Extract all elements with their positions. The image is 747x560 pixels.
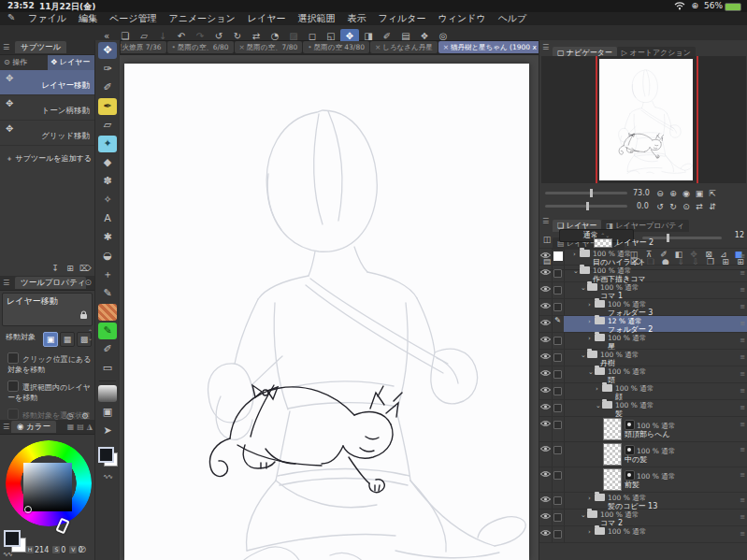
layer-row[interactable]: ✎›12 % 通常フォルダー 2≡ — [539, 316, 747, 333]
gradient-swatch-tool[interactable] — [98, 385, 117, 402]
tool-property-menu-icon[interactable]: ⊙ — [84, 278, 92, 287]
menu-item[interactable]: アニメーション — [168, 12, 235, 25]
subtool-group-tab[interactable]: ⊙ 操作 — [0, 55, 48, 70]
layer-checkbox[interactable] — [553, 269, 562, 278]
panel-menu-icon[interactable]: ☰ — [542, 43, 549, 51]
folder-closed-chevron-icon[interactable]: › — [588, 318, 595, 325]
fit-screen-icon[interactable]: ▣ — [693, 187, 706, 200]
layer-row[interactable]: 100 % 通常中の髪≡ — [539, 442, 747, 467]
rotate-slider[interactable] — [545, 205, 627, 208]
layer-row[interactable]: ›100 % 通常目のハイライト≡ — [539, 249, 747, 266]
gradient-tool[interactable]: ◒ — [98, 248, 117, 265]
layer-row[interactable]: ›100 % 通常髪のコピー 13≡ — [539, 493, 747, 510]
zoom-out-icon[interactable]: ⊖ — [654, 187, 667, 200]
foreground-color-swatch[interactable] — [98, 447, 114, 463]
close-tab-icon[interactable]: × — [375, 43, 381, 51]
layer-row[interactable]: ⌄100 % 通常作画下描きコマ≡ — [539, 266, 747, 282]
layer-row[interactable]: ›100 % 通常≡ — [539, 526, 747, 543]
menu-item[interactable]: フィルター — [379, 12, 426, 25]
layer-checkbox[interactable] — [553, 337, 562, 345]
flip-horizontal-icon[interactable]: ⇄ — [693, 200, 706, 213]
correction-pen-tool[interactable]: ✎ — [98, 285, 117, 302]
folder-open-chevron-icon[interactable]: ⌄ — [596, 402, 602, 409]
layer-checkbox[interactable] — [553, 353, 562, 362]
folder-closed-chevron-icon[interactable]: › — [588, 301, 595, 309]
panel-menu-icon[interactable]: ☰ — [3, 43, 9, 51]
move-tool[interactable]: ✥ — [98, 42, 117, 59]
color-set-tab-icon[interactable]: ▦ — [67, 423, 75, 431]
navigator-preview[interactable] — [541, 56, 746, 183]
zoom-in-icon[interactable]: ⊕ — [667, 187, 680, 200]
folder-closed-chevron-icon[interactable]: › — [588, 495, 595, 502]
document-tab[interactable]: •慇雨の空 43/80 — [303, 41, 369, 53]
figure-tool[interactable]: ＋ — [98, 266, 117, 283]
layer-drag-handle[interactable]: ≡ — [740, 303, 745, 310]
transparent-color-icon[interactable]: ∿∿ — [95, 473, 120, 481]
object-tool[interactable]: ➤ — [98, 423, 117, 439]
layer-row[interactable]: ⌄100 % 通常コマ 2≡ — [539, 510, 747, 526]
layer-visibility-eye-icon[interactable] — [539, 282, 553, 298]
layer-row[interactable]: 100 % 通常前髪≡ — [539, 467, 747, 493]
document-tab[interactable]: ×しろなさん丹星 — [370, 41, 438, 53]
reset-rotation-icon[interactable]: ⊙ — [680, 200, 693, 213]
layer-visibility-eye-icon[interactable] — [539, 266, 553, 281]
brush-tool[interactable]: ✽ — [98, 173, 117, 190]
frame-border-tool[interactable]: ▣ — [98, 404, 117, 421]
canvas-page[interactable] — [124, 64, 529, 560]
zoom-100-icon[interactable]: ◉ — [680, 187, 693, 200]
layer-checkbox[interactable] — [553, 387, 562, 395]
sv-square[interactable] — [23, 463, 72, 511]
layer-checkbox[interactable] — [553, 446, 562, 454]
balloon-tool[interactable]: ✱ — [98, 229, 117, 246]
layer-visibility-eye-icon[interactable] — [539, 526, 553, 542]
layer-checkbox[interactable] — [553, 513, 562, 522]
flip-vertical-icon[interactable]: ⇵ — [706, 200, 719, 213]
document-tab[interactable]: ×慇雨の空、7/80 — [235, 41, 303, 53]
menu-item[interactable]: ウィンドウ — [438, 12, 485, 25]
layer-drag-handle[interactable]: ≡ — [740, 496, 745, 504]
panel-menu-icon[interactable]: ☰ — [3, 423, 9, 431]
rotate-slider-thumb[interactable] — [586, 202, 589, 210]
close-tab-icon[interactable]: × — [443, 43, 449, 51]
duplicate-subtool-icon[interactable]: ⊞ — [63, 263, 78, 275]
close-tab-icon[interactable]: × — [239, 43, 245, 51]
custom-brush-green-tool[interactable]: ✎ — [98, 323, 117, 339]
fountain-pen-tool[interactable]: ✒ — [98, 98, 117, 115]
layer-checkbox[interactable] — [553, 370, 562, 379]
layer-visibility-eye-icon[interactable] — [539, 510, 553, 525]
layer-drag-handle[interactable]: ≡ — [740, 252, 745, 260]
layer-visibility-eye-icon[interactable] — [539, 400, 553, 416]
folder-closed-chevron-icon[interactable]: › — [573, 251, 580, 258]
add-subtool-button[interactable]: ＋ サブツールを追加する — [6, 153, 94, 164]
tool-property-option[interactable]: クリック位置にある対象を移動 — [7, 352, 94, 375]
layer-drag-handle[interactable]: ≡ — [740, 513, 745, 521]
layer-row[interactable]: ⌄100 % 通常丹樹≡ — [539, 350, 747, 366]
checkbox[interactable] — [7, 381, 19, 392]
color-slider-tab-icon[interactable]: ▤ — [77, 423, 84, 431]
subtool-item[interactable]: ✥グリッド移動 — [0, 121, 94, 146]
lock-icon[interactable] — [79, 306, 88, 323]
folder-open-chevron-icon[interactable]: ⌄ — [581, 511, 587, 519]
layer-row[interactable]: ›100 % 通常顔≡ — [539, 383, 747, 400]
layer-drag-handle[interactable]: ≡ — [740, 320, 745, 327]
foreground-color-swatch[interactable] — [4, 530, 21, 547]
layer-drag-handle[interactable]: ≡ — [740, 286, 745, 294]
menu-item[interactable]: 選択範囲 — [298, 12, 336, 25]
layer-visibility-eye-icon[interactable] — [539, 467, 553, 492]
save-settings-icon[interactable]: ↧ — [48, 263, 63, 275]
layer-visibility-eye-icon[interactable] — [539, 350, 553, 366]
layer-drag-handle[interactable]: ≡ — [740, 387, 745, 395]
layer-checkbox[interactable] — [553, 286, 562, 294]
folder-open-chevron-icon[interactable]: ⌄ — [581, 352, 587, 359]
fullscreen-icon[interactable]: ⇱ — [706, 187, 719, 200]
subtool-group-tab[interactable]: ✥ レイヤー移動 — [48, 55, 95, 70]
layer-drag-handle[interactable]: ≡ — [740, 370, 745, 378]
layer-visibility-eye-icon[interactable] — [539, 442, 553, 467]
tab-overflow-icon[interactable]: ⌄ — [524, 42, 531, 51]
canvas-viewport[interactable] — [120, 55, 539, 560]
subtool-item[interactable]: ✥トーン柄移動 — [0, 95, 94, 121]
layer-visibility-eye-icon[interactable] — [539, 316, 553, 332]
folder-open-chevron-icon[interactable]: ⌄ — [573, 267, 580, 275]
layer-row[interactable]: ›100 % 通常星≡ — [539, 333, 747, 350]
layer-row[interactable]: 100 % 通常頭頂部らへん≡ — [539, 417, 747, 442]
